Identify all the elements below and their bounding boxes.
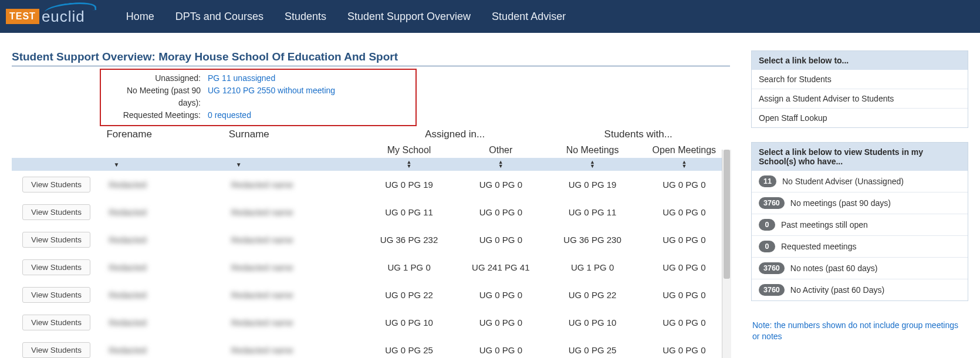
view-students-button[interactable]: View Students: [22, 177, 90, 192]
surname-cell: Redacted name: [231, 180, 293, 190]
count-badge: 0: [759, 241, 775, 252]
surname-cell: Redacted name: [231, 207, 293, 217]
myschool-cell: UG 0 PG 22: [363, 281, 455, 309]
count-badge: 3760: [759, 197, 785, 209]
summary-requested-link[interactable]: 0 requested: [208, 110, 251, 120]
summary-nomeeting-link[interactable]: UG 1210 PG 2550 without meeting: [208, 86, 335, 95]
sort-both-icon: [455, 160, 546, 168]
nomeet-cell[interactable]: UG 0 PG 11: [546, 198, 638, 226]
panel-filter-label: No meetings (past 90 days): [790, 198, 891, 208]
nomeet-cell[interactable]: UG 1 PG 0: [546, 254, 638, 281]
table-row: View StudentsRedactedRedacted nameUG 36 …: [12, 226, 730, 254]
hdr-no-meetings[interactable]: No Meetings: [546, 143, 638, 158]
sort-both-icon: [546, 160, 638, 168]
hdr-assigned-in: Assigned in...: [363, 126, 547, 143]
panel-action-item[interactable]: Open Staff Lookup: [752, 108, 968, 127]
logo[interactable]: TEST euclid: [0, 8, 103, 26]
nomeet-cell[interactable]: UG 0 PG 25: [546, 336, 638, 358]
open-cell[interactable]: UG 0 PG 0: [638, 226, 730, 254]
summary-unassigned-link[interactable]: PG 11 unassigned: [208, 73, 275, 83]
forename-cell: Redacted: [109, 180, 146, 190]
forename-cell: Redacted: [109, 290, 146, 300]
open-cell[interactable]: UG 0 PG 0: [638, 309, 730, 336]
panel-actions: Select a link below to... Search for Stu…: [751, 50, 968, 128]
nav-dpts[interactable]: DPTs and Courses: [175, 11, 263, 23]
sort-surname[interactable]: [229, 158, 363, 171]
open-cell[interactable]: UG 0 PG 0: [638, 171, 730, 198]
myschool-cell: UG 0 PG 10: [363, 309, 455, 336]
nav-sso[interactable]: Student Support Overview: [347, 11, 471, 23]
sort-open[interactable]: [638, 158, 730, 171]
panel-action-item[interactable]: Search for Students: [752, 70, 968, 89]
other-cell: UG 0 PG 0: [455, 198, 546, 226]
logo-test-badge: TEST: [6, 9, 39, 24]
view-students-button[interactable]: View Students: [22, 287, 90, 303]
panel-filter-label: No Activity (past 60 Days): [790, 285, 884, 295]
view-students-button[interactable]: View Students: [22, 232, 90, 248]
panel-filter-item[interactable]: 0Requested meetings: [752, 235, 968, 257]
count-badge: 11: [759, 175, 776, 187]
myschool-cell: UG 1 PG 0: [363, 254, 455, 281]
other-cell: UG 0 PG 0: [455, 226, 546, 254]
table-row: View StudentsRedactedRedacted nameUG 0 P…: [12, 281, 730, 309]
sort-other[interactable]: [455, 158, 546, 171]
panel-action-item[interactable]: Assign a Student Adviser to Students: [752, 89, 968, 108]
count-badge: 3760: [759, 284, 785, 296]
summary-requested-label: Requested Meetings:: [108, 109, 208, 121]
panel-filter-item[interactable]: 3760No meetings (past 90 days): [752, 192, 968, 214]
panel-filter-label: Past meetings still open: [781, 220, 868, 229]
logo-word: euclid: [42, 8, 85, 26]
summary-nomeeting-label: No Meeting (past 90 days):: [108, 85, 208, 109]
panel-filter-item[interactable]: 3760No notes (past 60 days): [752, 257, 968, 279]
myschool-cell: UG 0 PG 11: [363, 198, 455, 226]
panel-filter-item[interactable]: 0Past meetings still open: [752, 214, 968, 235]
surname-cell: Redacted name: [231, 290, 293, 300]
other-cell: UG 0 PG 0: [455, 309, 546, 336]
open-cell[interactable]: UG 0 PG 0: [638, 336, 730, 358]
hdr-my-school[interactable]: My School: [363, 143, 455, 158]
open-cell[interactable]: UG 0 PG 0: [638, 198, 730, 226]
view-students-button[interactable]: View Students: [22, 315, 90, 330]
panel-filter-item[interactable]: 3760No Activity (past 60 Days): [752, 279, 968, 300]
forename-cell: Redacted: [109, 345, 146, 355]
summary-unassigned-label: Unassigned:: [108, 72, 208, 85]
sort-myschool[interactable]: [363, 158, 455, 171]
view-students-button[interactable]: View Students: [22, 204, 90, 220]
table-row: View StudentsRedactedRedacted nameUG 0 P…: [12, 171, 730, 198]
scrollbar-thumb[interactable]: [724, 150, 730, 279]
side-note: Note: the numbers shown do not include g…: [751, 315, 968, 342]
nav-home[interactable]: Home: [126, 11, 154, 23]
hdr-students-with: Students with...: [546, 126, 730, 143]
panel-filters-hdr: Select a link below to view Students in …: [752, 143, 968, 171]
sort-nomeet[interactable]: [546, 158, 638, 171]
other-cell: UG 0 PG 0: [455, 281, 546, 309]
panel-filter-item[interactable]: 11No Student Adviser (Unassigned): [752, 171, 968, 192]
hdr-forename[interactable]: Forename: [106, 126, 228, 143]
hdr-open-meetings[interactable]: Open Meetings: [638, 143, 730, 158]
hdr-other[interactable]: Other: [455, 143, 546, 158]
table-row: View StudentsRedactedRedacted nameUG 0 P…: [12, 309, 730, 336]
sort-forename[interactable]: [106, 158, 228, 171]
panel-filter-label: Requested meetings: [781, 242, 856, 251]
hdr-surname[interactable]: Surname: [229, 126, 363, 143]
myschool-cell: UG 0 PG 19: [363, 171, 455, 198]
count-badge: 0: [759, 219, 775, 231]
nav-students[interactable]: Students: [285, 11, 326, 23]
panel-filters: Select a link below to view Students in …: [751, 142, 968, 301]
open-cell[interactable]: UG 0 PG 0: [638, 254, 730, 281]
sort-down-icon: [236, 161, 242, 168]
nav-links: Home DPTs and Courses Students Student S…: [126, 11, 566, 23]
nomeet-cell[interactable]: UG 0 PG 19: [546, 171, 638, 198]
nomeet-cell[interactable]: UG 0 PG 22: [546, 281, 638, 309]
advisers-table: Forename Surname Assigned in... Students…: [12, 126, 730, 358]
view-students-button[interactable]: View Students: [22, 259, 90, 275]
other-cell: UG 241 PG 41: [455, 254, 546, 281]
sort-both-icon: [638, 160, 730, 168]
nomeet-cell[interactable]: UG 36 PG 230: [546, 226, 638, 254]
nomeet-cell[interactable]: UG 0 PG 10: [546, 309, 638, 336]
view-students-button[interactable]: View Students: [22, 342, 90, 358]
open-cell[interactable]: UG 0 PG 0: [638, 281, 730, 309]
surname-cell: Redacted name: [231, 262, 293, 272]
nav-adviser[interactable]: Student Adviser: [492, 11, 566, 23]
scrollbar[interactable]: [722, 150, 731, 358]
